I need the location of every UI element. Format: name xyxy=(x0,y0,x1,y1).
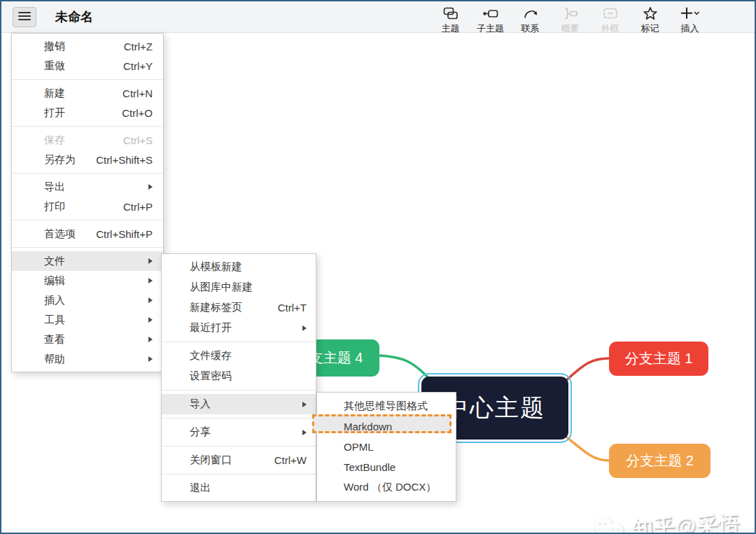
toolbar-boundary-button: 外框 xyxy=(590,3,630,35)
menu-item-open-label: 打开 xyxy=(44,106,65,120)
menu-item-help-label: 帮助 xyxy=(44,353,65,366)
menu-item-tools-label: 工具 xyxy=(44,314,65,327)
menu-item-opml[interactable]: OPML xyxy=(317,437,456,457)
submenu-arrow-icon xyxy=(148,278,153,283)
menu-item-file[interactable]: 文件 xyxy=(12,251,163,271)
toolbar-summary-button: } 概要 xyxy=(550,3,590,35)
toolbar-subtopic-label: 子主题 xyxy=(477,22,504,35)
menu-item-tools[interactable]: 工具 xyxy=(12,310,163,330)
toolbar-relationship-button[interactable]: 联系 xyxy=(510,3,550,35)
menu-item-other-mindmap-formats-label: 其他思维导图格式 xyxy=(344,400,428,413)
menu-item-save-as[interactable]: 另存为 Ctrl+Shift+S xyxy=(12,150,163,169)
subtopic-icon xyxy=(482,6,499,22)
toolbar-insert-button[interactable]: 插入 xyxy=(670,3,710,35)
menu-item-new-from-template[interactable]: 从模板新建 xyxy=(162,257,316,277)
toolbar-subtopic-button[interactable]: 子主题 xyxy=(470,3,510,35)
menu-item-opml-label: OPML xyxy=(344,441,374,453)
main-menu-button[interactable] xyxy=(13,7,36,27)
menu-item-save-as-shortcut: Ctrl+Shift+S xyxy=(96,154,153,166)
menu-item-textbundle-label: TextBundle xyxy=(344,461,396,473)
menu-item-other-mindmap-formats[interactable]: 其他思维导图格式 xyxy=(317,396,456,416)
top-toolbar: 未命名 主题 子主题 xyxy=(1,1,755,33)
menu-item-new-from-template-label: 从模板新建 xyxy=(190,260,242,274)
menu-item-close-window-shortcut: Ctrl+W xyxy=(274,454,307,466)
menu-item-new-tab[interactable]: 新建标签页 Ctrl+T xyxy=(162,297,316,318)
menu-item-recent-files[interactable]: 最近打开 xyxy=(162,318,316,338)
topic-branch-1[interactable]: 分支主题 1 xyxy=(609,342,708,376)
submenu-arrow-icon xyxy=(148,184,153,190)
menu-divider xyxy=(162,446,316,447)
menu-item-new-shortcut: Ctrl+N xyxy=(122,87,153,99)
menu-item-markdown-label: Markdown xyxy=(344,421,392,433)
menu-divider xyxy=(162,418,316,419)
menu-item-insert[interactable]: 插入 xyxy=(12,290,163,310)
menu-item-textbundle[interactable]: TextBundle xyxy=(317,457,456,477)
hamburger-icon xyxy=(18,11,31,24)
toolbar-buttons: 主题 子主题 联系 xyxy=(430,3,710,35)
submenu-arrow-icon xyxy=(148,317,153,323)
menu-item-open[interactable]: 打开 Ctrl+O xyxy=(12,103,163,122)
menu-item-new-from-gallery-label: 从图库中新建 xyxy=(190,281,253,294)
menu-item-new[interactable]: 新建 Ctrl+N xyxy=(12,83,163,103)
submenu-arrow-icon xyxy=(148,297,153,303)
menu-item-share[interactable]: 分享 xyxy=(162,422,316,442)
menu-item-export[interactable]: 导出 xyxy=(12,177,163,197)
menu-divider xyxy=(12,220,163,220)
menu-item-word[interactable]: Word （仅 DOCX） xyxy=(317,477,456,498)
menu-divider xyxy=(12,173,163,174)
menu-item-quit[interactable]: 退出 xyxy=(162,478,316,498)
menu-item-edit-label: 编辑 xyxy=(44,274,65,288)
toolbar-insert-label: 插入 xyxy=(681,22,699,35)
toolbar-topic-button[interactable]: 主题 xyxy=(430,3,470,35)
menu-item-new-label: 新建 xyxy=(44,87,65,100)
menu-item-redo-label: 重做 xyxy=(44,59,65,73)
menu-item-redo[interactable]: 重做 Ctrl+Y xyxy=(12,56,163,76)
toolbar-marker-button[interactable]: 标记 xyxy=(630,3,670,35)
boundary-icon xyxy=(602,6,619,22)
submenu-arrow-icon xyxy=(148,337,153,342)
menu-item-preferences-label: 首选项 xyxy=(44,227,76,241)
menu-item-import-label: 导入 xyxy=(190,398,211,411)
menu-item-undo[interactable]: 撤销 Ctrl+Z xyxy=(12,36,163,56)
menu-item-close-window[interactable]: 关闭窗口 Ctrl+W xyxy=(162,450,316,470)
toolbar-marker-label: 标记 xyxy=(641,22,659,35)
menu-item-print-label: 打印 xyxy=(44,200,65,213)
menu-item-insert-label: 插入 xyxy=(44,294,65,307)
menu-item-help[interactable]: 帮助 xyxy=(12,349,163,369)
app-window: 分支主题 4 中心主题 分支主题 1 分支主题 2 知乎@采悟 xyxy=(0,0,756,534)
menu-item-redo-shortcut: Ctrl+Y xyxy=(123,60,153,72)
file-submenu: 从模板新建 从图库中新建 新建标签页 Ctrl+T 最近打开 文件缓存 设置密码… xyxy=(161,253,316,502)
import-submenu: 其他思维导图格式 Markdown OPML TextBundle Word （… xyxy=(316,392,456,502)
menu-divider xyxy=(162,390,316,391)
summary-icon: } xyxy=(562,6,579,22)
menu-item-new-tab-shortcut: Ctrl+T xyxy=(278,302,307,314)
menu-item-print-shortcut: Ctrl+P xyxy=(123,201,153,213)
document-title: 未命名 xyxy=(55,1,93,33)
menu-item-file-cache[interactable]: 文件缓存 xyxy=(162,346,316,366)
menu-item-file-label: 文件 xyxy=(44,255,65,268)
menu-divider xyxy=(12,247,163,248)
menu-item-print[interactable]: 打印 Ctrl+P xyxy=(12,197,163,216)
menu-item-set-password[interactable]: 设置密码 xyxy=(162,366,316,386)
menu-divider xyxy=(12,126,163,127)
menu-item-preferences-shortcut: Ctrl+Shift+P xyxy=(96,228,153,240)
menu-divider xyxy=(162,474,316,475)
insert-plus-icon xyxy=(680,6,701,22)
submenu-arrow-icon xyxy=(302,325,307,331)
menu-item-edit[interactable]: 编辑 xyxy=(12,271,163,290)
menu-item-undo-shortcut: Ctrl+Z xyxy=(124,41,153,52)
menu-item-markdown[interactable]: Markdown xyxy=(317,416,456,437)
submenu-arrow-icon xyxy=(302,402,307,407)
topic-branch-2[interactable]: 分支主题 2 xyxy=(609,444,710,478)
menu-item-new-from-gallery[interactable]: 从图库中新建 xyxy=(162,277,316,297)
menu-divider xyxy=(12,79,163,80)
menu-item-import[interactable]: 导入 xyxy=(162,394,316,414)
toolbar-topic-label: 主题 xyxy=(442,22,460,35)
menu-item-preferences[interactable]: 首选项 Ctrl+Shift+P xyxy=(12,224,163,244)
menu-item-view[interactable]: 查看 xyxy=(12,330,163,349)
toolbar-relationship-label: 联系 xyxy=(522,22,540,35)
toolbar-summary-label: 概要 xyxy=(561,22,580,35)
menu-item-save-shortcut: Ctrl+S xyxy=(123,134,153,146)
menu-item-new-tab-label: 新建标签页 xyxy=(190,301,242,314)
marker-star-icon xyxy=(642,6,659,22)
